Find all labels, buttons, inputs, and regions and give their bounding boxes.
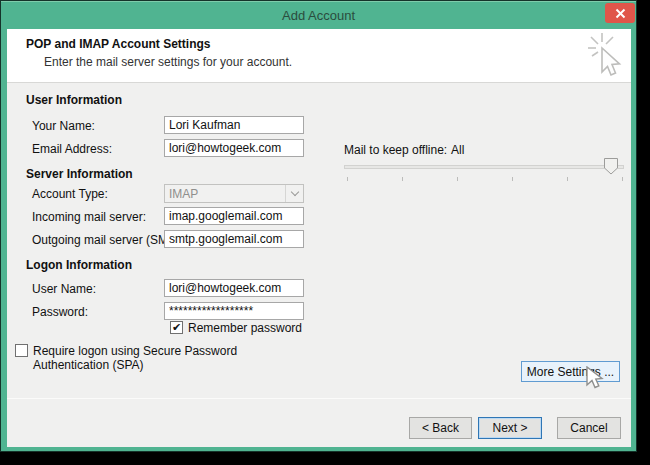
wizard-header: POP and IMAP Account Settings Enter the … [7, 29, 631, 83]
sparkle-arrow-cursor-icon [587, 31, 625, 81]
cancel-button[interactable]: Cancel [557, 417, 621, 439]
account-type-select[interactable]: IMAP [164, 184, 304, 203]
remember-password-label: Remember password [188, 321, 302, 335]
next-button[interactable]: Next > [478, 417, 542, 439]
slider-tick [622, 177, 623, 181]
footer-divider [7, 398, 631, 399]
x-close-icon [615, 8, 626, 19]
remember-password-checkbox[interactable]: ✔ Remember password [170, 321, 302, 335]
password-input[interactable] [164, 302, 304, 320]
outgoing-server-input[interactable] [164, 230, 304, 248]
title-bar: Add Account [1, 1, 636, 29]
checkbox-empty-icon [15, 344, 28, 357]
section-user-information: User Information [26, 93, 122, 107]
incoming-server-input[interactable] [164, 207, 304, 225]
email-address-input[interactable] [164, 139, 304, 157]
offline-mail-label: Mail to keep offline: [344, 143, 447, 157]
page-title: POP and IMAP Account Settings [26, 37, 210, 51]
chevron-down-icon [290, 188, 298, 196]
incoming-server-label: Incoming mail server: [32, 210, 146, 224]
offline-slider-track[interactable] [344, 165, 624, 169]
slider-tick [567, 177, 568, 181]
your-name-label: Your Name: [32, 119, 95, 133]
account-type-label: Account Type: [32, 187, 108, 201]
window-title: Add Account [1, 2, 636, 29]
password-label: Password: [32, 305, 88, 319]
spa-checkbox[interactable]: Require logon using Secure Password Auth… [15, 344, 311, 372]
close-button[interactable] [605, 3, 635, 23]
checkbox-check-icon: ✔ [170, 321, 183, 334]
add-account-dialog: Add Account POP and IMAP Account Setting… [0, 0, 637, 452]
dropdown-arrow-box [285, 185, 303, 202]
more-settings-button[interactable]: More Settings ... [521, 361, 620, 382]
slider-tick [402, 177, 403, 181]
slider-tick [457, 177, 458, 181]
user-name-label: User Name: [32, 282, 96, 296]
form-area: User Information Your Name: Email Addres… [7, 83, 631, 446]
email-address-label: Email Address: [32, 142, 112, 156]
your-name-input[interactable] [164, 116, 304, 134]
page-subtitle: Enter the mail server settings for your … [44, 55, 292, 69]
section-logon-information: Logon Information [26, 258, 132, 272]
back-button[interactable]: < Back [409, 417, 472, 439]
offline-slider-thumb[interactable] [604, 158, 618, 175]
account-type-value: IMAP [169, 187, 198, 201]
offline-mail-value: All [451, 143, 464, 157]
slider-tick [512, 177, 513, 181]
spa-checkbox-label: Require logon using Secure Password Auth… [33, 344, 311, 372]
section-server-information: Server Information [26, 167, 133, 181]
dialog-content: POP and IMAP Account Settings Enter the … [7, 29, 631, 447]
slider-tick [347, 177, 348, 181]
user-name-input[interactable] [164, 279, 304, 297]
